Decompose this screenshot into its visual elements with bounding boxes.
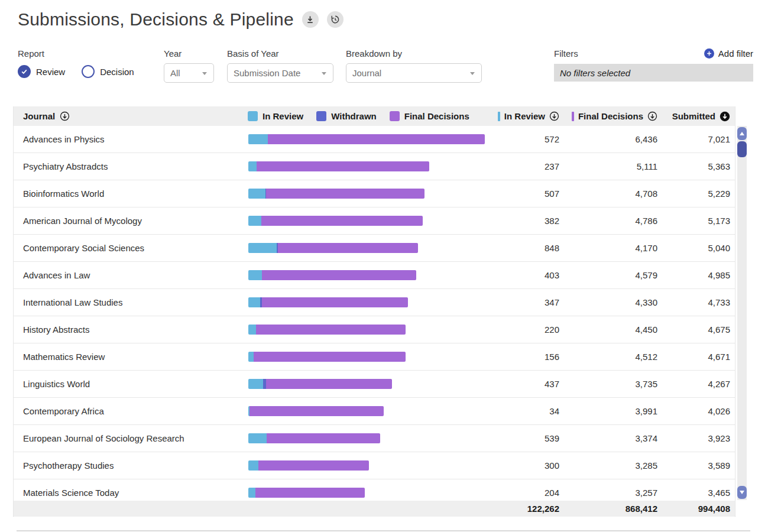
triangle-down-icon [740, 491, 744, 494]
plus-icon [704, 48, 714, 59]
final-decisions-value: 3,991 [635, 398, 657, 425]
table-row[interactable]: Advances in Law 403 4,579 4,985 [14, 262, 735, 289]
table-scrollbar[interactable] [737, 126, 747, 500]
basis-of-year-value: Submission Date [234, 68, 300, 78]
submitted-column-header[interactable]: Submitted [672, 106, 730, 126]
submitted-value: 4,985 [708, 262, 730, 289]
filters-empty-box: No filters selected [554, 64, 753, 82]
next-section-edge [17, 530, 750, 531]
chevron-down-icon [470, 72, 475, 75]
bar-final-decisions-segment [261, 216, 423, 226]
stacked-bar [248, 379, 392, 389]
basis-of-year-control: Basis of Year Submission Date [227, 48, 333, 83]
table-row[interactable]: Mathematics Review 156 4,512 4,671 [14, 343, 735, 371]
legend-swatch [248, 111, 258, 121]
bar-in-review-segment [248, 134, 268, 144]
year-value: All [170, 68, 180, 78]
total-final-decisions: 868,412 [626, 501, 657, 517]
stacked-bar [248, 433, 380, 443]
submitted-value: 4,671 [708, 343, 730, 371]
legend-label: Final Decisions [404, 111, 469, 121]
in-review-value: 220 [545, 316, 559, 343]
basis-of-year-select[interactable]: Submission Date [227, 63, 333, 83]
sort-icon [647, 111, 657, 121]
table-row[interactable]: Bioinformatics World 507 4,708 5,229 [14, 180, 735, 207]
legend-swatch [390, 111, 400, 121]
table-row[interactable]: European Journal of Sociology Research 5… [14, 425, 735, 452]
journal-name: Psychiatry Abstradcts [23, 153, 108, 180]
breakdown-by-select[interactable]: Journal [346, 63, 482, 83]
table-row[interactable]: Advances in Physics 572 6,436 7,021 [14, 126, 735, 153]
bar-final-decisions-segment [255, 488, 365, 498]
bar-final-decisions-segment [268, 134, 485, 144]
table-row[interactable]: Contemporary Africa 34 3,991 4,026 [14, 398, 735, 425]
stacked-bar [248, 406, 384, 416]
final-decisions-value: 5,111 [637, 153, 657, 180]
submitted-column-label: Submitted [672, 111, 715, 121]
year-select[interactable]: All [164, 63, 214, 83]
bar-final-decisions-segment [266, 189, 424, 199]
table-row[interactable]: Materials Science Today 204 3,257 3,465 [14, 479, 735, 501]
stacked-bar [248, 134, 485, 144]
legend-label: In Review [263, 111, 303, 121]
totals-row: 122,262 868,412 994,408 [14, 501, 735, 517]
reset-history-button[interactable] [327, 11, 344, 28]
final-decisions-value: 4,786 [635, 207, 657, 235]
bar-final-decisions-segment [262, 297, 408, 307]
scrollbar-thumb[interactable] [737, 141, 747, 157]
journal-name: European Journal of Sociology Research [23, 425, 184, 452]
bar-in-review-segment [248, 216, 261, 226]
stacked-bar [248, 352, 406, 362]
no-filters-text: No filters selected [560, 68, 630, 78]
download-button[interactable] [302, 11, 319, 28]
final-decisions-column-header[interactable]: Final Decisions [572, 106, 657, 126]
legend-swatch [316, 111, 326, 121]
table-row[interactable]: Linguistics World 437 3,735 4,267 [14, 371, 735, 398]
submitted-value: 4,267 [708, 371, 730, 398]
bar-in-review-segment [248, 325, 256, 335]
add-filter-button[interactable]: Add filter [704, 48, 753, 59]
final-decisions-value: 3,257 [635, 479, 657, 501]
final-decisions-value: 4,170 [635, 235, 657, 262]
scroll-up-button[interactable] [737, 127, 747, 140]
report-options: Review Decision [18, 65, 134, 78]
journal-name: Contemporary Social Sciences [23, 235, 144, 262]
journal-column-header[interactable]: Journal [23, 106, 70, 126]
table-row[interactable]: Contemporary Social Sciences 848 4,170 5… [14, 235, 735, 262]
table-row[interactable]: American Journal of Mycology 382 4,786 5… [14, 207, 735, 235]
basis-of-year-label: Basis of Year [227, 48, 333, 59]
final-decisions-color-tick [572, 112, 574, 121]
bar-final-decisions-segment [278, 243, 419, 253]
journal-name: Mathematics Review [23, 343, 105, 371]
stacked-bar [248, 161, 429, 171]
page-title: Submissions, Decisions & Pipeline [18, 9, 294, 30]
radio-icon [82, 65, 95, 78]
in-review-column-header[interactable]: In Review [498, 106, 559, 126]
report-option-review[interactable]: Review [18, 65, 65, 78]
submitted-value: 5,040 [708, 235, 730, 262]
report-control: Report Review Decision [18, 48, 134, 78]
journals-table: Journal In ReviewWithdrawnFinal Decision… [13, 106, 735, 517]
bar-in-review-segment [248, 352, 254, 362]
report-option-decision[interactable]: Decision [82, 65, 134, 78]
bar-final-decisions-segment [258, 460, 369, 471]
table-row[interactable]: Psychiatry Abstradcts 237 5,111 5,363 [14, 153, 735, 180]
final-decisions-value: 4,708 [635, 180, 657, 207]
triangle-up-icon [740, 132, 744, 135]
journal-name: Linguistics World [23, 371, 90, 398]
bar-final-decisions-segment [249, 406, 384, 416]
journal-name: Advances in Law [23, 262, 90, 289]
journal-name: History Abstracts [23, 316, 90, 343]
final-decisions-value: 4,450 [635, 316, 657, 343]
table-row[interactable]: Psychotherapy Studies 300 3,285 3,589 [14, 452, 735, 479]
legend: In ReviewWithdrawnFinal Decisions [248, 106, 469, 126]
table-body: Advances in Physics 572 6,436 7,021 Psyc… [14, 126, 735, 501]
in-review-value: 347 [545, 289, 559, 316]
total-in-review: 122,262 [527, 501, 559, 517]
in-review-value: 204 [545, 479, 559, 501]
table-row[interactable]: International Law Studies 347 4,330 4,73… [14, 289, 735, 316]
in-review-value: 572 [545, 126, 559, 153]
scroll-down-button[interactable] [737, 486, 747, 499]
table-row[interactable]: History Abstracts 220 4,450 4,675 [14, 316, 735, 343]
final-decisions-value: 4,579 [635, 262, 657, 289]
